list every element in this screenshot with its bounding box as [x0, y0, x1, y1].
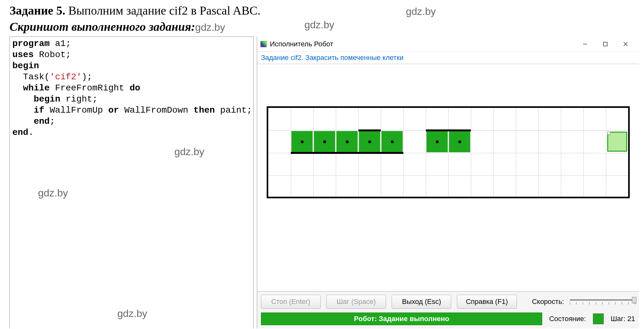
watermark-inline: gdz.by: [195, 22, 225, 33]
status-bar: Робот: Задание выполнено: [261, 313, 542, 325]
task-subtitle: Скриншот выполненного задания:: [10, 20, 195, 33]
code-editor[interactable]: program a1; uses Robot; begin Task('cif2…: [10, 36, 254, 328]
state-indicator: [593, 313, 604, 324]
robot-canvas: [267, 106, 630, 198]
maximize-button[interactable]: [595, 36, 615, 52]
exit-button[interactable]: Выход (Esc): [392, 295, 451, 309]
speed-label: Скорость:: [532, 298, 564, 306]
step-count: Шаг: 21: [611, 315, 635, 323]
app-icon: [260, 41, 267, 47]
stop-button[interactable]: Стоп (Enter): [261, 295, 321, 309]
speed-slider[interactable]: [570, 298, 635, 307]
state-label: Состояние:: [549, 315, 586, 323]
task-text: Выполним задание cif2 в Pascal ABC.: [65, 4, 261, 17]
task-label: Задание cif2. Закрасить помеченные клетк…: [257, 52, 639, 64]
svg-rect-1: [603, 42, 607, 46]
step-button[interactable]: Шаг (Space): [326, 295, 386, 309]
task-prefix: Задание 5.: [10, 4, 65, 17]
watermark: gdz.by: [406, 6, 436, 17]
window-title: Исполнитель Робот: [270, 40, 575, 48]
robot-window: Исполнитель Робот Задание cif2. Закрасит…: [257, 36, 639, 328]
titlebar[interactable]: Исполнитель Робот: [257, 36, 639, 52]
close-button[interactable]: [615, 36, 636, 52]
watermark: gdz.by: [304, 19, 334, 31]
minimize-button[interactable]: [575, 36, 595, 52]
help-button[interactable]: Справка (F1): [457, 295, 517, 309]
bottom-panel: Стоп (Enter) Шаг (Space) Выход (Esc) Спр…: [257, 291, 639, 328]
